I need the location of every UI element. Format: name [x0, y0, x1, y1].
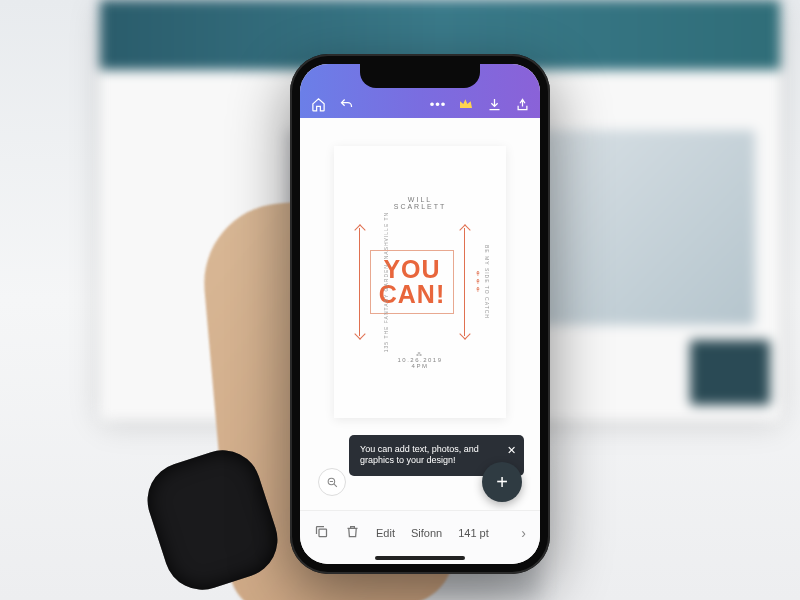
home-indicator[interactable] [375, 556, 465, 560]
undo-icon[interactable] [338, 96, 354, 112]
zoom-icon[interactable] [318, 468, 346, 496]
home-icon[interactable] [310, 96, 326, 112]
svg-rect-1 [319, 529, 327, 537]
card-name: WILL SCARLETT [394, 196, 447, 210]
share-icon[interactable] [514, 96, 530, 112]
feather-arrows: ↟↟↟ [475, 270, 481, 294]
phone-device: ••• 135 THE FANTASY GARDEN, NASHVILLE TN… [290, 54, 550, 574]
side-text-left: 135 THE FANTASY GARDEN, NASHVILLE TN [383, 212, 389, 352]
download-icon[interactable] [486, 96, 502, 112]
arrow-decor-left [359, 228, 360, 336]
invitation-card[interactable]: 135 THE FANTASY GARDEN, NASHVILLE TN BE … [334, 146, 506, 418]
arrow-decor-right [464, 228, 465, 336]
close-icon[interactable]: ✕ [507, 443, 516, 457]
plus-icon: + [496, 471, 508, 494]
crown-icon[interactable] [458, 96, 474, 112]
add-button[interactable]: + [482, 462, 522, 502]
tooltip-text: You can add text, photos, and graphics t… [360, 444, 479, 466]
card-detail: ⁂ 10.26.2019 4PM [397, 350, 442, 369]
side-text-right: BE MY SIDE TO CATCH [484, 245, 490, 319]
font-name[interactable]: Sifonn [411, 527, 442, 539]
chevron-right-icon[interactable]: › [521, 525, 526, 541]
design-canvas[interactable]: 135 THE FANTASY GARDEN, NASHVILLE TN BE … [300, 118, 540, 428]
trash-icon[interactable] [345, 524, 360, 542]
copy-icon[interactable] [314, 524, 329, 542]
more-icon[interactable]: ••• [430, 96, 446, 112]
smartwatch [138, 440, 288, 599]
font-size[interactable]: 141 pt [458, 527, 489, 539]
notch [360, 64, 480, 88]
edit-label[interactable]: Edit [376, 527, 395, 539]
